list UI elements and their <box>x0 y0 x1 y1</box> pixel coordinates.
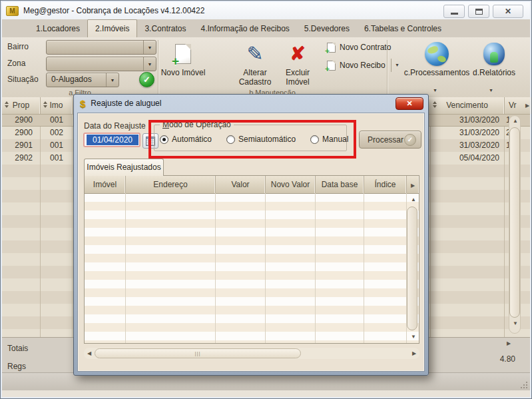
dialog-close-button[interactable]: ✕ <box>396 97 423 110</box>
tab-contratos[interactable]: 3.Contratos <box>137 21 193 37</box>
minimize-icon <box>451 13 458 15</box>
modo-operacao-label: Modo de Operação <box>160 120 234 129</box>
relatorios-label: d.Relatórios <box>473 68 515 77</box>
scroll-up-icon[interactable]: ▲ <box>409 197 417 203</box>
dialog-vertical-scrollbar-thumb[interactable] <box>407 206 417 330</box>
totais-label: Totais <box>7 344 28 353</box>
chevron-down-icon[interactable]: ▼ <box>106 73 119 87</box>
data-reajuste-input[interactable]: 01/04/2020 <box>83 133 140 147</box>
regs-label: Regs <box>7 362 26 371</box>
column-line <box>125 193 126 343</box>
radio-semiautomatico[interactable] <box>226 135 235 144</box>
relatorios-dropdown-arrow-icon[interactable]: ▼ <box>489 88 493 93</box>
pen-icon: ✎ <box>246 44 263 64</box>
data-reajuste-value: 01/04/2020 <box>87 135 138 145</box>
radio-semiautomatico-label[interactable]: Semiautomático <box>238 135 296 144</box>
column-header-endereco[interactable]: Endereço <box>126 176 216 193</box>
cell-imo: 001 <box>41 152 63 165</box>
dialog-horizontal-scrollbar-thumb[interactable]: ||| <box>95 348 301 358</box>
radio-manual[interactable] <box>310 135 319 144</box>
reajuste-dialog: $ Reajuste de aluguel ✕ Data do Reajuste… <box>73 94 429 376</box>
radio-automatico[interactable] <box>160 135 168 144</box>
globe-icon <box>425 42 449 66</box>
check-icon: ✓ <box>143 75 150 85</box>
column-header-valor[interactable]: Valor <box>216 176 266 193</box>
scroll-up-icon[interactable]: ▲ <box>511 118 519 125</box>
column-header-data-base[interactable]: Data base <box>316 176 364 193</box>
radio-automatico-label[interactable]: Automático <box>172 135 212 144</box>
cell-vencimento: 31/03/2020 <box>431 127 499 139</box>
chevron-down-icon[interactable]: ▼ <box>143 57 156 71</box>
resize-grip[interactable] <box>521 382 527 388</box>
radio-manual-label[interactable]: Manual <box>322 135 348 144</box>
title-bar: M Meg@gestor - Cobrança de Locações v4.1… <box>2 2 530 19</box>
tab-devedores[interactable]: 5.Devedores <box>297 21 357 37</box>
reajustados-table: Imóvel Endereço Valor Novo Valor Data ba… <box>84 175 419 344</box>
column-line <box>265 193 266 343</box>
close-icon: ✕ <box>505 7 511 16</box>
modo-operacao-groupbox: Modo de Operação Automático Semiautomáti… <box>154 125 347 151</box>
column-header-vencimento[interactable]: Vencimento <box>430 97 505 114</box>
restore-button[interactable] <box>468 5 489 18</box>
situacao-dropdown[interactable]: 0-Alugados ▼ <box>46 73 119 87</box>
tab-locadores[interactable]: 1.Locadores <box>29 21 87 37</box>
close-icon: ✕ <box>406 99 412 108</box>
scroll-right-icon[interactable]: ▶ <box>410 350 418 357</box>
minimize-button[interactable] <box>443 5 465 18</box>
split-separator <box>391 59 392 72</box>
column-label: Prop <box>2 97 40 114</box>
novo-recibo-button[interactable]: + Novo Recibo <box>327 59 386 71</box>
tab-informacao-recibos[interactable]: 4.Informação de Recibos <box>193 21 296 37</box>
column-header-more[interactable]: ▶ <box>407 176 419 193</box>
cell-prop: 2900 <box>3 127 33 139</box>
column-header-imovel[interactable]: Imóvel <box>85 176 126 193</box>
processamentos-button[interactable]: c.Processamentos <box>401 40 472 92</box>
window-title: Meg@gestor - Cobrança de Locações v4.12.… <box>23 6 204 15</box>
grid-vertical-scrollbar-thumb[interactable] <box>509 127 520 318</box>
situacao-label: Situação <box>7 75 39 84</box>
scroll-down-icon[interactable]: ▼ <box>409 334 417 340</box>
cell-imo: 001 <box>41 114 63 127</box>
novo-imovel-label: Novo Imóvel <box>161 68 206 77</box>
column-header-prop[interactable]: Prop <box>2 97 41 114</box>
column-scroll-right-icon[interactable]: ▶ <box>523 103 531 109</box>
ribbon: Bairro ▼ Zona ▼ Situação 0-Alugados ▼ ✓ … <box>2 37 530 98</box>
chevron-down-icon[interactable]: ▼ <box>143 41 156 54</box>
tab-tabelas-controles[interactable]: 6.Tabelas e Controles <box>357 21 449 37</box>
column-header-vr[interactable]: Vr ▶ <box>505 97 531 114</box>
situacao-value: 0-Alugados <box>51 73 92 86</box>
novo-imovel-button[interactable]: + Novo Imóvel <box>160 40 206 92</box>
column-header-imo[interactable]: Imo <box>41 97 73 114</box>
plus-icon: + <box>325 48 330 55</box>
reajustados-table-header: Imóvel Endereço Valor Novo Valor Data ba… <box>85 176 419 194</box>
close-button[interactable]: ✕ <box>493 5 523 18</box>
cell-vencimento: 31/03/2020 <box>431 139 499 152</box>
tab-imoveis[interactable]: 2.Imóveis <box>87 19 137 37</box>
novo-recibo-dropdown-arrow-icon[interactable]: ▼ <box>395 63 399 67</box>
processar-button[interactable]: Processar ✓ <box>359 131 421 149</box>
zona-dropdown[interactable]: ▼ <box>46 57 156 71</box>
processar-label: Processar <box>368 135 403 145</box>
bairro-dropdown[interactable]: ▼ <box>46 40 156 55</box>
scroll-right-icon[interactable]: ▶ <box>505 340 513 347</box>
cell-imo: 001 <box>41 139 63 152</box>
column-header-novo-valor[interactable]: Novo Valor <box>266 176 316 193</box>
tab-imoveis-reajustados[interactable]: Imóveis Reajustados <box>84 159 164 176</box>
scroll-right-icon[interactable]: ▶ <box>411 183 415 189</box>
window-controls: ✕ <box>443 5 523 18</box>
processamentos-dropdown-arrow-icon[interactable]: ▼ <box>433 88 437 93</box>
scroll-down-icon[interactable]: ▼ <box>511 320 519 327</box>
report-icon <box>483 43 505 65</box>
apply-filter-button[interactable]: ✓ <box>139 72 154 87</box>
scroll-left-icon[interactable]: ◀ <box>85 350 93 357</box>
dialog-title-bar: $ Reajuste de aluguel <box>74 95 428 112</box>
column-line <box>364 193 364 343</box>
excluir-imovel-button[interactable]: ✘ Excluir Imóvel <box>274 40 322 92</box>
relatorios-button[interactable]: d.Relatórios <box>469 40 519 92</box>
novo-contrato-button[interactable]: + Novo Contrato <box>327 41 391 53</box>
novo-contrato-label: Novo Contrato <box>340 43 391 52</box>
dialog-horizontal-scrollbar[interactable]: ◀ ||| ▶ <box>84 348 419 359</box>
column-header-indice[interactable]: Índice <box>364 176 407 193</box>
excluir-imovel-label: Excluir Imóvel <box>274 68 322 87</box>
plus-icon: + <box>172 57 179 66</box>
